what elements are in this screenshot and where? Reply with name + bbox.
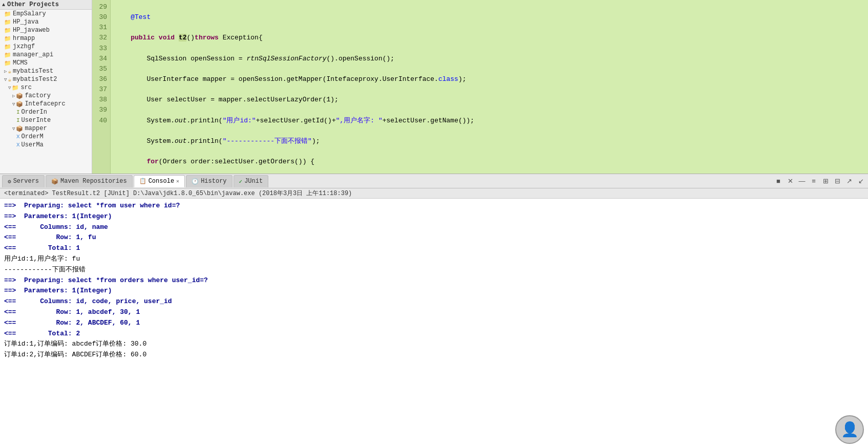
interface-icon: I bbox=[16, 117, 20, 123]
restore-button[interactable]: ↙ bbox=[856, 176, 866, 186]
sidebar-item-intefaceprc[interactable]: ▽ 📦 Intefaceprc bbox=[0, 100, 92, 108]
sidebar-item-hrmapp[interactable]: 📁 hrmapp bbox=[0, 34, 92, 42]
sidebar-item-label: hrmapp bbox=[13, 35, 35, 42]
console-line: ==> Parameters: 1(Integer) bbox=[4, 211, 864, 222]
tab-junit[interactable]: ✓ JUnit bbox=[234, 175, 269, 187]
status-line: <terminated> TestResult.t2 [JUnit] D:\Ja… bbox=[0, 188, 868, 199]
expand-arrow: ▽ bbox=[12, 101, 15, 107]
console-line: <== Total: 1 bbox=[4, 243, 864, 254]
sidebar-item-jxzhgf[interactable]: 📁 jxzhgf bbox=[0, 42, 92, 51]
sidebar-item-userinte[interactable]: I UserInte bbox=[0, 116, 92, 124]
sidebar-item-mybatistest[interactable]: ▷ ☕ mybatisTest bbox=[0, 67, 92, 75]
sidebar-item-label: manager_api bbox=[13, 51, 53, 58]
code-editor: 29 30 31 32 33 34 35 36 37 38 39 40 @Tes… bbox=[92, 0, 868, 174]
console-line: <== Total: 2 bbox=[4, 329, 864, 339]
remove-button[interactable]: ✕ bbox=[785, 176, 795, 186]
project-icon: ☕ bbox=[8, 76, 11, 83]
package-icon: 📦 bbox=[16, 101, 23, 108]
sidebar-header[interactable]: ▲ Other Projects bbox=[0, 0, 92, 10]
expand-arrow: ▽ bbox=[8, 85, 11, 91]
sidebar-item-factory[interactable]: ▷ 📦 factory bbox=[0, 92, 92, 100]
sidebar-item-label: UserInte bbox=[22, 117, 51, 124]
folder-icon: 📁 bbox=[4, 44, 11, 50]
tab-label: Console bbox=[149, 178, 174, 185]
expand-button[interactable]: ⊞ bbox=[820, 176, 831, 186]
folder-icon: 📁 bbox=[4, 35, 11, 42]
tab-label: Maven Repositories bbox=[60, 178, 127, 185]
sidebar-item-userma[interactable]: X UserMa bbox=[0, 141, 92, 149]
sidebar-item-orderm[interactable]: X OrderM bbox=[0, 133, 92, 141]
expand-arrow: ▽ bbox=[12, 126, 15, 132]
sidebar-item-label: OrderM bbox=[22, 133, 44, 140]
console-line: <== Columns: id, name bbox=[4, 222, 864, 233]
xml-icon: X bbox=[16, 142, 20, 148]
sidebar-item-src[interactable]: ▽ 📁 src bbox=[0, 83, 92, 92]
maven-icon: 📦 bbox=[51, 178, 58, 185]
package-icon: 📦 bbox=[16, 93, 23, 99]
console-line: <== Row: 1, abcdef, 30, 1 bbox=[4, 307, 864, 318]
line-numbers: 29 30 31 32 33 34 35 36 37 38 39 40 bbox=[92, 0, 111, 174]
console-output[interactable]: ==> Preparing: select *from user where i… bbox=[0, 199, 868, 448]
folder-icon: 📁 bbox=[4, 11, 11, 17]
console-line: ==> Preparing: select *from orders where… bbox=[4, 275, 864, 286]
sidebar-item-label: mapper bbox=[25, 125, 47, 132]
sidebar-item-empsalary[interactable]: 📁 EmpSalary bbox=[0, 10, 92, 18]
tab-maven-repositories[interactable]: 📦 Maven Repositories bbox=[46, 175, 133, 187]
sidebar-item-label: jxzhgf bbox=[13, 43, 35, 50]
close-icon[interactable]: ✕ bbox=[176, 178, 179, 184]
user-thumbnail[interactable]: 👤 bbox=[835, 415, 864, 444]
folder-icon: 📁 bbox=[12, 84, 19, 91]
sidebar-item-label: EmpSalary bbox=[13, 10, 46, 17]
project-icon: ☕ bbox=[8, 68, 11, 75]
sidebar-item-label: HP_javaweb bbox=[13, 27, 50, 34]
tab-history[interactable]: 🕐 History bbox=[186, 175, 232, 187]
sidebar-item-hpjavaweb[interactable]: 📁 HP_javaweb bbox=[0, 26, 92, 34]
folder-icon: 📁 bbox=[4, 60, 11, 67]
collapse-arrow: ▲ bbox=[2, 2, 5, 8]
junit-icon: ✓ bbox=[239, 178, 243, 185]
sidebar-item-orderin[interactable]: I OrderIn bbox=[0, 108, 92, 116]
sidebar-item-mcms[interactable]: 📁 MCMS bbox=[0, 59, 92, 67]
package-icon: 📦 bbox=[16, 125, 23, 132]
sidebar-item-label: HP_java bbox=[13, 18, 38, 26]
avatar-icon: 👤 bbox=[841, 421, 859, 438]
expand-arrow: ▷ bbox=[12, 93, 15, 99]
console-line: ==> Preparing: select *from user where i… bbox=[4, 201, 864, 211]
console-line: <== Row: 2, ABCDEF, 60, 1 bbox=[4, 318, 864, 329]
tab-label: History bbox=[201, 178, 226, 185]
console-line: ==> Parameters: 1(Integer) bbox=[4, 286, 864, 296]
sidebar-item-label: mybatisTest bbox=[13, 68, 53, 75]
tab-label: JUnit bbox=[244, 178, 263, 185]
sidebar-item-label: MCMS bbox=[13, 59, 28, 67]
tab-console[interactable]: 📋 Console ✕ bbox=[134, 175, 185, 187]
status-text: <terminated> TestResult.t2 [JUnit] D:\Ja… bbox=[4, 189, 352, 198]
console-line: <== Row: 1, fu bbox=[4, 232, 864, 243]
code-content[interactable]: @Test public void t2()throws Exception{ … bbox=[111, 0, 868, 174]
collapse-button[interactable]: ⊟ bbox=[832, 176, 842, 186]
sidebar-item-label: factory bbox=[25, 92, 50, 99]
terminate-button[interactable]: ■ bbox=[773, 176, 784, 186]
tab-servers[interactable]: ⚙ Servers bbox=[2, 175, 45, 187]
interface-icon: I bbox=[16, 109, 20, 115]
sidebar-item-mybatistest2[interactable]: ▽ ☕ mybatisTest2 bbox=[0, 75, 92, 83]
tab-bar: ⚙ Servers 📦 Maven Repositories 📋 Console… bbox=[0, 174, 868, 188]
servers-icon: ⚙ bbox=[8, 178, 11, 185]
sidebar-item-mapper[interactable]: ▽ 📦 mapper bbox=[0, 124, 92, 133]
scroll-button[interactable]: ≡ bbox=[809, 176, 819, 186]
toolbar-right: ■ ✕ — ≡ ⊞ ⊟ ↗ ↙ bbox=[773, 176, 866, 186]
sidebar-item-hpjava[interactable]: 📁 HP_java bbox=[0, 18, 92, 26]
clear-button[interactable]: — bbox=[797, 176, 807, 186]
sidebar-item-label: OrderIn bbox=[22, 109, 47, 116]
folder-icon: 📁 bbox=[4, 27, 11, 34]
expand-arrow: ▽ bbox=[4, 77, 7, 82]
tab-label: Servers bbox=[13, 178, 39, 185]
expand-arrow: ▷ bbox=[4, 69, 7, 74]
folder-icon: 📁 bbox=[4, 19, 11, 26]
sidebar-item-manager-api[interactable]: 📁 manager_api bbox=[0, 51, 92, 59]
sidebar-item-label: UserMa bbox=[22, 141, 44, 148]
history-icon: 🕐 bbox=[192, 178, 199, 185]
bottom-panel: ⚙ Servers 📦 Maven Repositories 📋 Console… bbox=[0, 174, 868, 448]
console-icon: 📋 bbox=[139, 178, 146, 184]
maximize-button[interactable]: ↗ bbox=[844, 176, 854, 186]
console-line: ------------下面不报错 bbox=[4, 265, 864, 275]
